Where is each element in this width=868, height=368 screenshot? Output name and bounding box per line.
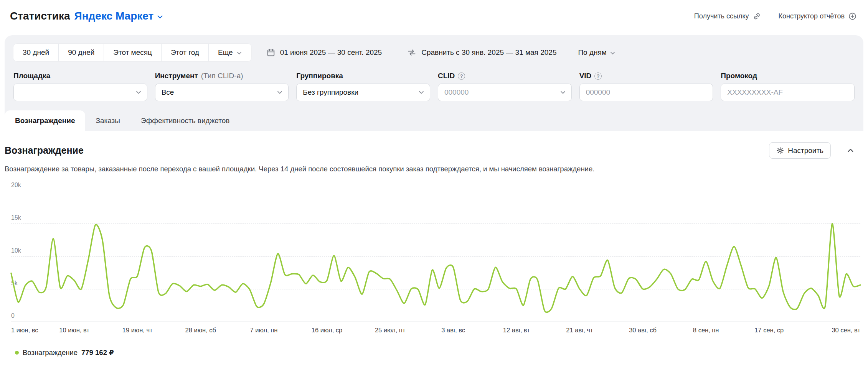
- report-builder-button[interactable]: Конструктор отчётов: [779, 12, 857, 20]
- x-axis-label: 21 авг, чт: [566, 327, 593, 334]
- chevron-down-icon: [277, 89, 283, 95]
- chevron-down-icon: [610, 50, 616, 56]
- promocode-field[interactable]: [721, 84, 855, 101]
- report-builder-label: Конструктор отчётов: [779, 12, 845, 20]
- chevron-down-icon: [135, 89, 142, 95]
- gear-icon: [776, 147, 784, 154]
- service-switcher[interactable]: Яндекс Маркет: [74, 10, 164, 22]
- granularity-dropdown[interactable]: По дням: [578, 48, 615, 57]
- vid-label: VID: [579, 72, 592, 80]
- date-range-value: 01 июня 2025 — 30 сент. 2025: [280, 48, 382, 57]
- clid-label: CLID: [438, 72, 455, 80]
- chevron-down-icon: [157, 13, 163, 20]
- x-axis-label: 10 июн, вт: [59, 327, 89, 334]
- page-title: Статистика Яндекс Маркет: [10, 10, 163, 22]
- chevron-down-icon: [236, 50, 242, 56]
- promocode-label: Промокод: [721, 72, 757, 80]
- x-axis-label: 28 июн, сб: [185, 327, 216, 334]
- period-this-month-button[interactable]: Этот месяц: [104, 44, 162, 61]
- promocode-input[interactable]: [727, 88, 849, 97]
- instrument-value: Все: [162, 88, 174, 97]
- reward-line: [11, 223, 860, 312]
- vid-help-icon[interactable]: ?: [594, 72, 602, 80]
- reward-section-header: Вознаграждение Настроить: [5, 142, 856, 159]
- x-axis-label: 17 сен, ср: [754, 327, 784, 334]
- section-title: Вознаграждение: [5, 145, 84, 156]
- grouping-label: Группировка: [296, 72, 343, 80]
- chart-canvas: [11, 191, 860, 322]
- section-description: Вознаграждение за товары, заказанные пос…: [5, 165, 856, 173]
- vid-field[interactable]: [579, 84, 713, 101]
- chevron-up-icon: [847, 147, 854, 154]
- compare-arrows-icon: [407, 48, 416, 57]
- field-grouping: Группировка Без группировки: [296, 72, 430, 101]
- get-link-button[interactable]: Получить ссылку: [694, 12, 761, 20]
- link-icon: [753, 12, 761, 20]
- vid-input[interactable]: [586, 88, 708, 97]
- field-platform: Площадка: [13, 72, 147, 101]
- chart-plot[interactable]: 05k10k15k20k: [11, 191, 860, 322]
- period-90-days-button[interactable]: 90 дней: [59, 44, 104, 61]
- compare-period-control[interactable]: Сравнить с 30 янв. 2025 — 31 мая 2025: [407, 48, 556, 57]
- instrument-hint: (Тип CLID-а): [201, 72, 243, 80]
- grouping-select[interactable]: Без группировки: [296, 84, 430, 101]
- configure-label: Настроить: [788, 146, 823, 155]
- instrument-select[interactable]: Все: [155, 84, 289, 101]
- filter-panel: 30 дней 90 дней Этот месяц Этот год Еще …: [5, 35, 863, 131]
- filter-fields: Площадка Инструмент (Тип CLID-а) Все: [13, 72, 855, 101]
- x-axis-label: 3 авг, вс: [441, 327, 465, 334]
- platform-select[interactable]: [13, 84, 147, 101]
- x-axis-label: 12 авг, вт: [503, 327, 530, 334]
- field-vid: VID ?: [579, 72, 713, 101]
- tab-reward[interactable]: Вознаграждение: [5, 110, 85, 131]
- page-title-text: Статистика: [10, 10, 70, 22]
- tab-orders[interactable]: Заказы: [85, 110, 130, 131]
- period-more-label: Еще: [218, 48, 233, 57]
- chart-x-labels: 1 июн, вс10 июн, вт19 июн, чт28 июн, сб7…: [11, 322, 860, 338]
- period-toolbar: 30 дней 90 дней Этот месяц Этот год Еще …: [13, 44, 855, 61]
- clid-combobox[interactable]: [438, 84, 572, 101]
- reward-chart: 05k10k15k20k 1 июн, вс10 июн, вт19 июн, …: [11, 191, 860, 338]
- y-axis-label: 20k: [11, 182, 21, 189]
- x-axis-label: 1 июн, вс: [11, 327, 38, 334]
- compare-period-label: Сравнить с 30 янв. 2025 — 31 мая 2025: [421, 48, 556, 57]
- x-axis-label: 19 июн, чт: [122, 327, 153, 334]
- field-clid: CLID ?: [438, 72, 572, 101]
- granularity-value: По дням: [578, 48, 606, 57]
- page-header: Статистика Яндекс Маркет Получить ссылку…: [0, 0, 868, 22]
- tab-widget-performance[interactable]: Эффективность виджетов: [130, 110, 240, 131]
- x-axis-label: 25 июл, пт: [375, 327, 405, 334]
- chevron-down-icon: [418, 89, 424, 95]
- header-actions: Получить ссылку Конструктор отчётов: [694, 12, 856, 20]
- configure-button[interactable]: Настроить: [769, 142, 831, 159]
- report-tabs: Вознаграждение Заказы Эффективность видж…: [5, 110, 863, 131]
- legend-dot: [15, 351, 19, 355]
- instrument-label: Инструмент: [155, 72, 198, 80]
- chevron-down-icon: [560, 89, 566, 95]
- period-30-days-button[interactable]: 30 дней: [13, 44, 59, 61]
- period-more-button[interactable]: Еще: [209, 44, 251, 61]
- field-instrument: Инструмент (Тип CLID-а) Все: [155, 72, 289, 101]
- clid-help-icon[interactable]: ?: [458, 72, 465, 80]
- period-segmented-control: 30 дней 90 дней Этот месяц Этот год Еще: [13, 44, 251, 61]
- period-this-year-button[interactable]: Этот год: [162, 44, 209, 61]
- x-axis-label: 7 июл, пн: [250, 327, 277, 334]
- x-axis-label: 30 сен, вт: [832, 327, 860, 334]
- plus-circle-icon: [848, 12, 856, 20]
- date-range-picker[interactable]: 01 июня 2025 — 30 сент. 2025: [267, 48, 382, 57]
- service-name: Яндекс Маркет: [74, 10, 154, 22]
- x-axis-label: 8 сен, пн: [693, 327, 719, 334]
- grouping-value: Без группировки: [303, 88, 358, 97]
- get-link-label: Получить ссылку: [694, 12, 749, 20]
- legend-value: 779 162 ₽: [81, 348, 114, 357]
- collapse-section-button[interactable]: [845, 145, 856, 156]
- field-promocode: Промокод: [721, 72, 855, 101]
- x-axis-label: 30 авг, сб: [629, 327, 657, 334]
- platform-label: Площадка: [13, 72, 50, 80]
- legend-item-reward[interactable]: Вознаграждение 779 162 ₽: [15, 348, 868, 357]
- legend-label: Вознаграждение: [23, 348, 78, 357]
- x-axis-label: 16 июл, ср: [312, 327, 342, 334]
- calendar-icon: [267, 48, 275, 57]
- clid-input[interactable]: [444, 88, 560, 97]
